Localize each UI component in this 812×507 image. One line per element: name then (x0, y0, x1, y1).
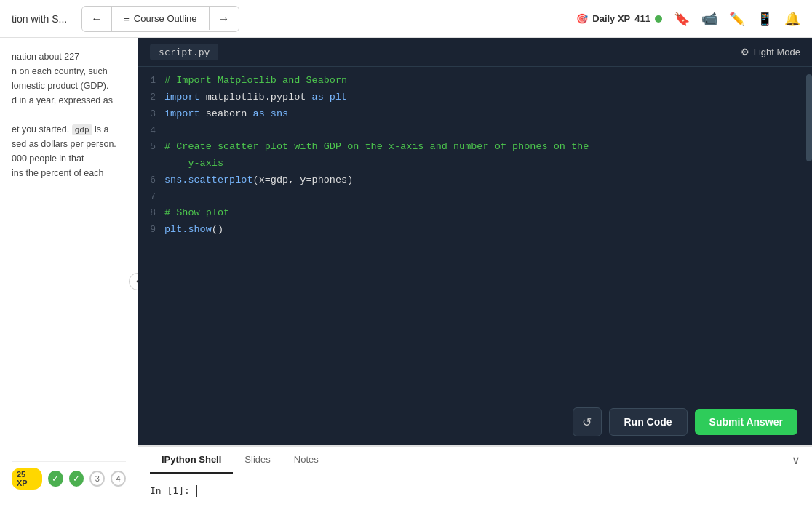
back-button[interactable]: ← (82, 7, 112, 31)
video-icon[interactable]: 📹 (701, 11, 717, 27)
main-content: nation about 227 n on each country, such… (0, 38, 812, 507)
xp-badge: 25 XP (12, 468, 42, 490)
pencil-icon[interactable]: ✏️ (729, 11, 745, 27)
course-outline-button[interactable]: ≡ Course Outline (112, 7, 209, 30)
action-bar: ↺ Run Code Submit Answer (138, 399, 812, 445)
bottom-panel: IPython Shell Slides Notes ∨ In [1]: (138, 445, 812, 507)
code-area[interactable]: 1 # Import Matplotlib and Seaborn 2 impo… (138, 67, 812, 399)
top-nav: tion with S... ← ≡ Course Outline → 🎯 Da… (0, 0, 812, 38)
step4-num: 4 (111, 471, 126, 487)
reset-button[interactable]: ↺ (573, 407, 602, 436)
file-tab[interactable]: script.py (150, 44, 218, 60)
bottom-content: In [1]: (138, 474, 812, 507)
submit-answer-button[interactable]: Submit Answer (695, 409, 797, 435)
code-line: 2 import matplotlib.pyplot as plt (138, 89, 812, 106)
menu-icon: ≡ (124, 13, 130, 24)
nav-title: tion with S... (12, 13, 67, 25)
bookmark-icon[interactable]: 🔖 (674, 11, 690, 27)
daily-xp-icon: 🎯 (576, 13, 588, 24)
gear-icon: ⚙ (741, 47, 749, 57)
tab-notes[interactable]: Notes (282, 447, 330, 474)
step3-num: 3 (89, 471, 105, 487)
nav-left: tion with S... ← ≡ Course Outline → (12, 6, 239, 32)
nav-right: 🎯 Daily XP 411 🔖 📹 ✏️ 📱 🔔 (576, 11, 800, 27)
nav-controls: ← ≡ Course Outline → (81, 6, 239, 32)
tab-ipython-shell[interactable]: IPython Shell (150, 447, 233, 474)
sidebar-text: nation about 227 n on each country, such… (12, 49, 126, 180)
step1-check: ✓ (48, 471, 63, 487)
code-line-continuation: y-axis (138, 156, 812, 172)
xp-status-dot (655, 15, 662, 23)
code-editor: script.py ⚙ Light Mode 1 # Import Matplo… (138, 38, 812, 445)
left-sidebar: nation about 227 n on each country, such… (0, 38, 138, 507)
daily-xp: 🎯 Daily XP 411 (576, 13, 662, 24)
code-line: 4 (138, 123, 812, 139)
code-line: 6 sns.scatterplot(x=gdp, y=phones) (138, 172, 812, 189)
inline-code-gdp: gdp (72, 124, 92, 135)
daily-xp-label: Daily XP (592, 13, 630, 24)
code-line: 7 (138, 189, 812, 205)
code-editor-header: script.py ⚙ Light Mode (138, 38, 812, 67)
tab-slides[interactable]: Slides (233, 447, 282, 474)
scrollbar-thumb[interactable] (806, 74, 812, 161)
expand-icon[interactable]: ∨ (792, 453, 800, 467)
xp-bar: 25 XP ✓ ✓ 3 4 (12, 461, 126, 495)
bottom-tabs: IPython Shell Slides Notes ∨ (138, 447, 812, 474)
run-code-button[interactable]: Run Code (609, 408, 688, 436)
bell-icon[interactable]: 🔔 (784, 11, 800, 27)
daily-xp-value: 411 (634, 13, 650, 24)
code-line: 9 plt.show() (138, 222, 812, 239)
step2-check: ✓ (69, 471, 84, 487)
forward-button[interactable]: → (210, 7, 239, 31)
code-line: 1 # Import Matplotlib and Seaborn (138, 73, 812, 89)
shell-cursor (196, 485, 197, 497)
code-line: 8 # Show plot (138, 205, 812, 222)
phone-icon[interactable]: 📱 (757, 11, 773, 27)
shell-prompt: In [1]: (150, 485, 190, 496)
right-panel: script.py ⚙ Light Mode 1 # Import Matplo… (138, 38, 812, 507)
sidebar-collapse-button[interactable]: ‹ (129, 273, 138, 290)
code-line: 5 # Create scatter plot with GDP on the … (138, 139, 812, 156)
reset-icon: ↺ (582, 415, 592, 429)
code-line: 3 import seaborn as sns (138, 106, 812, 123)
light-mode-button[interactable]: ⚙ Light Mode (741, 47, 800, 57)
